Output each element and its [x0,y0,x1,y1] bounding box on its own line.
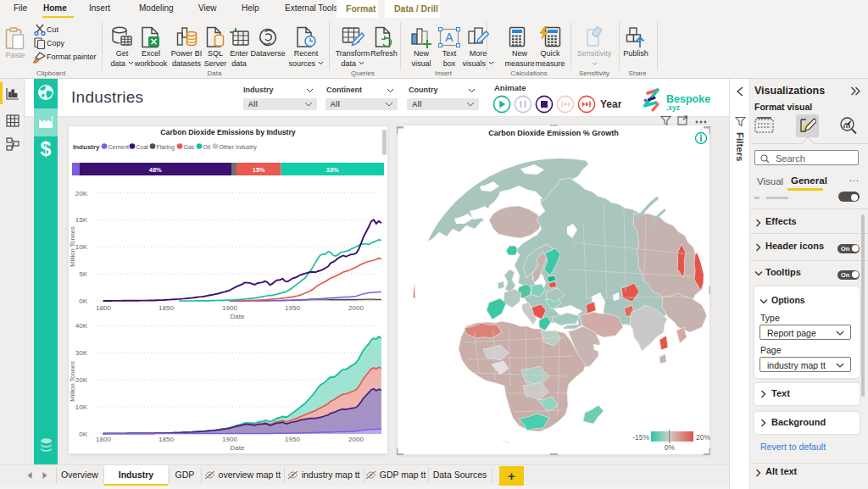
svg-text:5K: 5K [79,270,87,278]
svg-text:20K: 20K [75,376,88,384]
svg-text:-15%: -15% [632,433,649,442]
svg-text:0K: 0K [79,297,87,305]
svg-text:Date: Date [231,313,245,320]
svg-text:Million Tonnes: Million Tonnes [69,361,76,402]
svg-text:10K: 10K [75,243,88,251]
svg-text:1900: 1900 [222,436,237,443]
svg-text:2000: 2000 [348,304,364,312]
svg-text:20%: 20% [696,433,710,442]
svg-text:Industry: Industry [73,143,100,151]
svg-text:Cement: Cement [108,144,130,150]
svg-text:15K: 15K [75,216,88,224]
svg-text:30K: 30K [75,349,88,357]
svg-text:Oil: Oil [203,144,211,150]
svg-text:20K: 20K [75,190,88,197]
svg-text:15%: 15% [253,166,265,174]
svg-text:33%: 33% [326,166,339,174]
svg-text:0K: 0K [79,431,87,438]
svg-text:1950: 1950 [285,436,300,443]
svg-text:0%: 0% [665,443,676,452]
svg-text:1850: 1850 [159,436,174,443]
svg-text:1850: 1850 [159,304,174,312]
svg-text:1900: 1900 [222,304,237,312]
svg-text:Other Industry: Other Industry [220,144,258,151]
svg-text:Carbon Dioxide Emissions by In: Carbon Dioxide Emissions by Industry [160,128,295,136]
svg-text:10K: 10K [75,403,88,411]
svg-text:2000: 2000 [348,436,364,443]
svg-text:Carbon Dioxide Emission % Grow: Carbon Dioxide Emission % Growth [488,129,619,137]
svg-text:Coal: Coal [136,144,149,150]
svg-text:1800: 1800 [96,304,111,312]
svg-text:1800: 1800 [96,436,111,443]
svg-text:1950: 1950 [285,304,300,312]
svg-text:.xyz: .xyz [666,103,680,112]
svg-text:Flaring: Flaring [157,144,175,151]
svg-text:Million Tonnes: Million Tonnes [69,226,76,267]
svg-text:48%: 48% [149,166,162,174]
svg-text:Gas: Gas [184,144,195,150]
svg-text:Date: Date [231,444,245,452]
svg-text:40K: 40K [75,322,88,330]
